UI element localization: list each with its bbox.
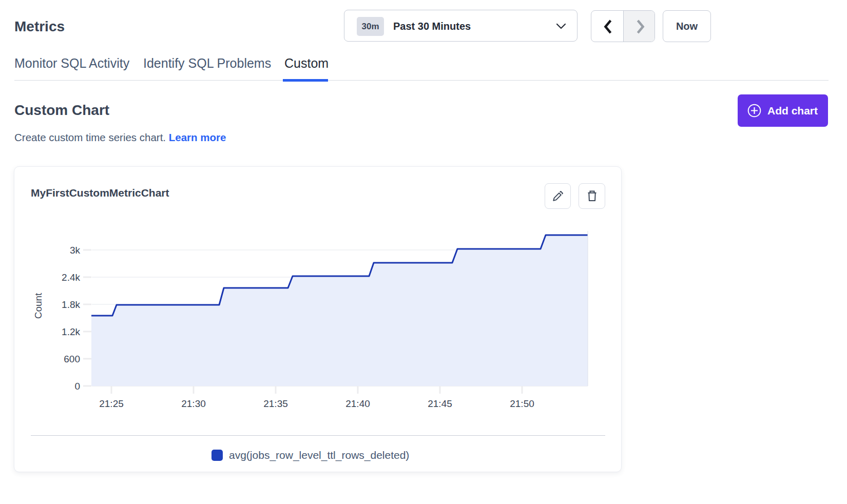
- svg-text:0: 0: [74, 381, 80, 392]
- svg-text:1.8k: 1.8k: [62, 299, 80, 310]
- svg-text:21:30: 21:30: [181, 398, 206, 409]
- svg-text:Count: Count: [33, 293, 44, 319]
- svg-text:21:45: 21:45: [428, 398, 452, 409]
- svg-text:21:25: 21:25: [99, 398, 124, 409]
- svg-text:21:40: 21:40: [345, 398, 370, 409]
- svg-text:2.4k: 2.4k: [62, 272, 80, 283]
- svg-text:600: 600: [64, 354, 80, 364]
- svg-text:21:50: 21:50: [510, 398, 534, 409]
- svg-text:21:35: 21:35: [263, 398, 288, 409]
- svg-text:1.2k: 1.2k: [62, 326, 80, 337]
- svg-text:3k: 3k: [70, 245, 81, 256]
